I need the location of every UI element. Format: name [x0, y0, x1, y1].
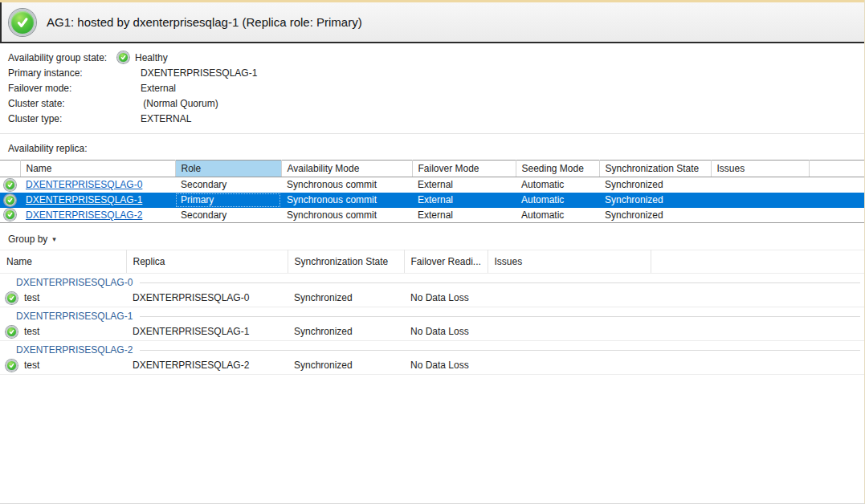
failover-mode-value: External: [141, 83, 176, 94]
healthy-check-icon: [6, 360, 18, 372]
cell-role: Secondary: [175, 208, 281, 223]
replica-row-0[interactable]: DXENTERPRISESQLAG-0 Secondary Synchronou…: [0, 177, 865, 193]
availability-replica-label: Availability replica:: [8, 143, 864, 154]
group-by-label: Group by: [8, 234, 47, 245]
database-name: test: [24, 360, 39, 371]
cell-name: test: [0, 357, 126, 375]
cell-availability-mode: Synchronous commit: [281, 208, 412, 223]
group-name: DXENTERPRISESQLAG-2: [16, 344, 133, 356]
summary-row-cluster-type: Cluster type: EXTERNAL: [8, 111, 864, 126]
healthy-check-icon: [4, 179, 16, 191]
cell-issues: [711, 208, 809, 223]
cell-name: DXENTERPRISESQLAG-1: [20, 193, 175, 208]
primary-instance-value: DXENTERPRISESQLAG-1: [141, 67, 257, 79]
database-header-row: Name Replica Synchronization State Failo…: [0, 250, 865, 274]
cell-name: DXENTERPRISESQLAG-2: [20, 208, 175, 223]
cell-filler: [809, 177, 865, 193]
cell-failover-readiness: No Data Loss: [404, 357, 488, 375]
cell-role: Primary: [175, 193, 281, 208]
replica-row-2[interactable]: DXENTERPRISESQLAG-2 Secondary Synchronou…: [0, 208, 865, 223]
cell-filler: [651, 323, 865, 341]
group-name: DXENTERPRISESQLAG-1: [16, 311, 133, 322]
column-header-name[interactable]: Name: [20, 161, 175, 177]
database-row-2[interactable]: test DXENTERPRISESQLAG-2 Synchronized No…: [0, 357, 865, 375]
group-header-row-0[interactable]: DXENTERPRISESQLAG-0: [0, 274, 865, 290]
database-table: Name Replica Synchronization State Failo…: [0, 250, 865, 375]
replica-header-row: Name Role Availability Mode Failover Mod…: [0, 161, 865, 177]
cell-failover-readiness: No Data Loss: [404, 290, 488, 307]
column-header-synchronization-state[interactable]: Synchronization State: [599, 161, 711, 177]
group-name: DXENTERPRISESQLAG-0: [16, 277, 133, 288]
row-status-cell: [0, 193, 20, 208]
database-row-1[interactable]: test DXENTERPRISESQLAG-1 Synchronized No…: [0, 323, 865, 341]
cell-issues: [488, 290, 651, 307]
column-header-role[interactable]: Role: [175, 161, 281, 177]
cell-failover-mode: External: [412, 208, 516, 223]
column-header-failover-readiness[interactable]: Failover Readi...: [404, 250, 488, 274]
cell-filler: [809, 193, 865, 208]
group-divider-line: [140, 350, 860, 351]
cell-filler: [651, 357, 865, 375]
icon-column-header: [0, 161, 20, 177]
cell-name: test: [0, 290, 126, 307]
summary-row-failover-mode: Failover mode: External: [8, 80, 864, 96]
column-header-issues[interactable]: Issues: [711, 161, 809, 177]
cell-filler: [651, 290, 865, 307]
column-header-name[interactable]: Name: [0, 250, 126, 274]
healthy-check-icon: [4, 194, 16, 206]
column-header-failover-mode[interactable]: Failover Mode: [412, 161, 516, 177]
chevron-down-icon: ▾: [52, 235, 56, 243]
cluster-state-value: (Normal Quorum): [141, 98, 218, 109]
replica-link[interactable]: DXENTERPRISESQLAG-1: [26, 194, 142, 205]
filler-column-header: [809, 161, 865, 177]
page-title: AG1: hosted by dxenterprisesqlag-1 (Repl…: [47, 15, 362, 29]
replica-link[interactable]: DXENTERPRISESQLAG-0: [26, 179, 142, 190]
replica-row-1-selected[interactable]: DXENTERPRISESQLAG-1 Primary Synchronous …: [0, 193, 865, 208]
group-divider-line: [140, 316, 860, 317]
cell-name: test: [0, 323, 126, 341]
cell-replica: DXENTERPRISESQLAG-1: [126, 323, 288, 341]
cell-failover-mode: External: [412, 193, 516, 208]
summary-row-state: Availability group state: Healthy: [8, 50, 864, 65]
column-header-availability-mode[interactable]: Availability Mode: [281, 161, 412, 177]
cell-synchronization-state: Synchronized: [599, 177, 711, 193]
healthy-check-icon: [4, 209, 16, 221]
replica-link[interactable]: DXENTERPRISESQLAG-2: [26, 209, 142, 221]
cell-synchronization-state: Synchronized: [599, 193, 711, 208]
database-name: test: [24, 326, 39, 337]
state-label: Availability group state:: [8, 52, 117, 63]
database-row-0[interactable]: test DXENTERPRISESQLAG-0 Synchronized No…: [0, 290, 865, 307]
cell-role: Secondary: [175, 177, 281, 193]
healthy-check-icon: [117, 51, 129, 63]
column-header-replica[interactable]: Replica: [126, 250, 288, 274]
cell-issues: [711, 177, 809, 193]
healthy-check-icon: [9, 9, 36, 36]
failover-mode-label: Failover mode:: [8, 83, 141, 94]
column-header-issues[interactable]: Issues: [488, 250, 651, 274]
cell-failover-readiness: No Data Loss: [404, 323, 488, 341]
cluster-state-label: Cluster state:: [8, 98, 141, 109]
summary-row-cluster-state: Cluster state: (Normal Quorum): [8, 96, 864, 111]
group-by-dropdown[interactable]: Group by ▾: [8, 234, 56, 245]
availability-replica-table: Name Role Availability Mode Failover Mod…: [0, 160, 865, 223]
group-divider-line: [140, 282, 860, 283]
cell-name: DXENTERPRISESQLAG-0: [20, 177, 175, 193]
cell-failover-mode: External: [412, 177, 516, 193]
cell-seeding-mode: Automatic: [516, 177, 599, 193]
cell-availability-mode: Synchronous commit: [281, 193, 412, 208]
dashboard-header: AG1: hosted by dxenterprisesqlag-1 (Repl…: [0, 2, 864, 43]
cell-availability-mode: Synchronous commit: [281, 177, 412, 193]
column-header-seeding-mode[interactable]: Seeding Mode: [516, 161, 599, 177]
cluster-type-label: Cluster type:: [8, 113, 141, 124]
column-header-synchronization-state[interactable]: Synchronization State: [288, 250, 404, 274]
cell-issues: [711, 193, 809, 208]
healthy-check-icon: [6, 326, 18, 338]
cell-seeding-mode: Automatic: [516, 193, 599, 208]
cell-issues: [488, 357, 651, 375]
group-header-row-1[interactable]: DXENTERPRISESQLAG-1: [0, 307, 865, 323]
group-header-row-2[interactable]: DXENTERPRISESQLAG-2: [0, 341, 865, 357]
ag-dashboard-window: AG1: hosted by dxenterprisesqlag-1 (Repl…: [0, 0, 864, 375]
database-name: test: [24, 292, 39, 303]
healthy-check-icon: [6, 292, 18, 304]
summary-row-primary-instance: Primary instance: DXENTERPRISESQLAG-1: [8, 65, 864, 80]
